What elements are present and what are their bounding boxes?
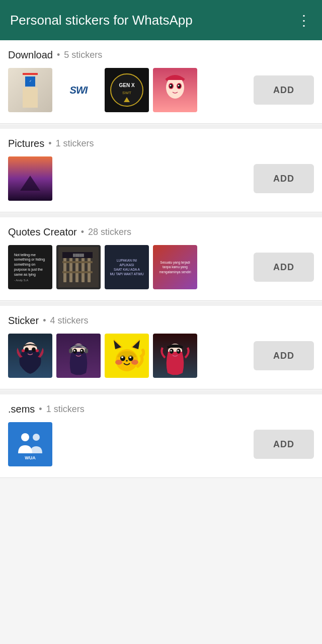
section-sems-title: .sems [8, 404, 35, 415]
list-item: ▓▓▓▓▓ [56, 245, 101, 289]
list-item: ✓ [8, 68, 52, 112]
section-quotes-header: Quotes Creator • 28 stickers [8, 226, 314, 238]
list-item: WUA [8, 422, 52, 466]
list-item: Sesuatu yang terjaditanpa kamu yangmenga… [153, 245, 197, 289]
svg-rect-15 [82, 257, 85, 282]
svg-point-24 [22, 349, 25, 352]
list-item [153, 334, 197, 378]
svg-point-44 [126, 360, 128, 362]
dot-sticker: • [43, 315, 46, 326]
list-item [8, 156, 52, 201]
section-sticker-header: Sticker • 4 stickers [8, 315, 314, 327]
dot-quotes: • [81, 227, 84, 237]
app-title: Personal stickers for WhatsApp [10, 13, 193, 28]
quotes-stickers-row: Not telling me something or hiding somet… [8, 245, 249, 289]
svg-point-50 [21, 433, 29, 441]
section-pictures-header: Pictures • 1 stickers [8, 138, 314, 149]
list-item [56, 334, 101, 378]
section-download: Download • 5 stickers ✓ SWI [0, 40, 322, 124]
genx-logo-svg: GEN X SWT [109, 72, 145, 108]
sems-stickers-row: WUA [8, 422, 249, 466]
section-sticker: Sticker • 4 stickers [0, 306, 322, 389]
svg-text:▓▓▓▓▓: ▓▓▓▓▓ [73, 254, 84, 257]
add-button-sems[interactable]: ADD [254, 430, 314, 459]
section-quotes-title: Quotes Creator [8, 226, 77, 238]
svg-point-51 [33, 434, 40, 441]
svg-text:WUA: WUA [25, 455, 36, 460]
svg-rect-17 [62, 261, 93, 263]
add-button-download[interactable]: ADD [254, 75, 314, 105]
list-item: GEN X SWT [105, 68, 149, 112]
svg-point-22 [25, 348, 29, 352]
divider-4 [0, 390, 322, 394]
app-header: Personal stickers for WhatsApp ⋮ [0, 0, 322, 40]
dot-download: • [57, 50, 60, 60]
svg-point-23 [32, 348, 36, 352]
svg-point-29 [74, 350, 75, 352]
svg-rect-18 [62, 271, 93, 273]
list-item: Not telling me something or hiding somet… [8, 245, 52, 289]
divider-2 [0, 213, 322, 217]
svg-rect-13 [69, 257, 72, 282]
list-item [153, 68, 197, 112]
svg-point-25 [36, 349, 39, 352]
anime-face-svg [160, 70, 190, 110]
pictures-stickers-row [8, 156, 249, 201]
section-pictures-content: ADD [8, 156, 314, 201]
svg-text:SWT: SWT [122, 91, 131, 95]
svg-rect-14 [75, 257, 78, 282]
section-quotes-count: 28 stickers [88, 227, 131, 237]
svg-point-30 [81, 350, 83, 352]
section-sticker-content: ADD [8, 334, 314, 378]
section-sems-content: WUA ADD [8, 422, 314, 466]
add-button-quotes[interactable]: ADD [254, 253, 314, 282]
svg-point-9 [170, 85, 172, 87]
divider-3 [0, 302, 322, 306]
section-sems: .sems • 1 stickers WUA [0, 394, 322, 478]
section-download-content: ✓ SWI GEN X SWT [8, 68, 314, 112]
download-stickers-row: ✓ SWI GEN X SWT [8, 68, 249, 112]
section-quotes-content: Not telling me something or hiding somet… [8, 245, 314, 289]
section-quotes-creator: Quotes Creator • 28 stickers Not telling… [0, 217, 322, 301]
list-item: LUPAKAN INI APLIKASISAAT KAU ADA AMU TAP… [105, 245, 149, 289]
list-item: SWI [56, 68, 101, 112]
section-sems-header: .sems • 1 stickers [8, 404, 314, 415]
section-pictures-count: 1 stickers [56, 138, 94, 149]
add-button-sticker[interactable]: ADD [254, 341, 314, 370]
svg-point-43 [131, 360, 138, 365]
section-pictures-title: Pictures [8, 138, 44, 149]
dot-pictures: • [48, 138, 51, 149]
section-sticker-title: Sticker [8, 315, 39, 327]
svg-rect-31 [69, 349, 72, 353]
section-sticker-count: 4 stickers [50, 315, 88, 326]
svg-rect-32 [85, 349, 88, 353]
section-sems-count: 1 stickers [46, 404, 85, 415]
add-button-pictures[interactable]: ADD [254, 164, 314, 193]
svg-text:GEN X: GEN X [119, 83, 134, 88]
svg-point-49 [178, 350, 179, 352]
section-download-title: Download [8, 49, 53, 61]
section-download-count: 5 stickers [64, 50, 102, 60]
divider-1 [0, 125, 322, 129]
svg-point-42 [115, 360, 122, 365]
list-item [8, 334, 52, 378]
sticker-stickers-row [8, 334, 249, 378]
svg-rect-16 [88, 257, 91, 282]
svg-rect-12 [63, 257, 66, 282]
section-download-header: Download • 5 stickers [8, 49, 314, 61]
more-options-icon[interactable]: ⋮ [297, 12, 312, 29]
svg-point-48 [171, 350, 172, 352]
svg-point-10 [178, 85, 180, 87]
section-pictures: Pictures • 1 stickers ADD [0, 129, 322, 212]
sems-people-icon: WUA [14, 428, 46, 460]
dot-sems: • [39, 404, 42, 415]
list-item [105, 334, 149, 378]
